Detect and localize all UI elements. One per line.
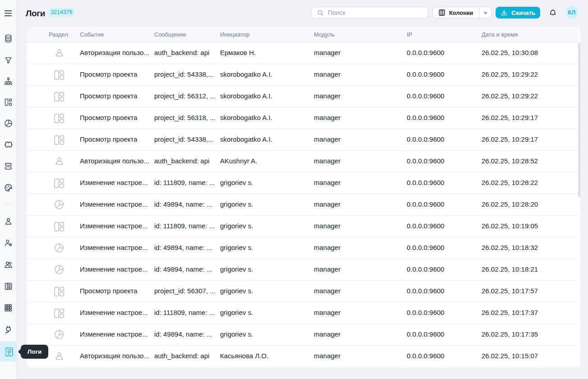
svg-text:SVG: SVG <box>5 164 11 168</box>
